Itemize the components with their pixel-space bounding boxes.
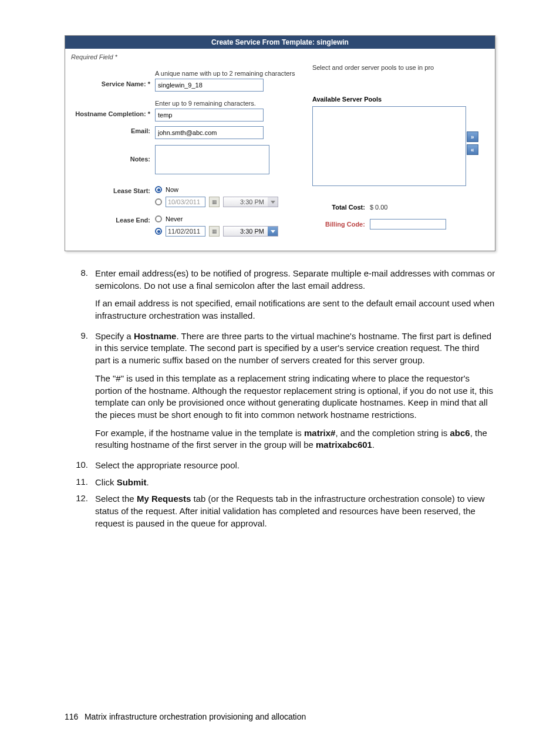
service-name-hint: A unique name with up to 2 remaining cha… (155, 70, 299, 77)
step-number: 11. (65, 477, 95, 491)
step-number: 10. (65, 460, 95, 474)
page-footer: 116 Matrix infrastructure orchestration … (65, 712, 306, 721)
lease-end-date-input[interactable] (166, 226, 205, 237)
dropdown-icon (268, 197, 278, 207)
available-server-pools-label: Available Server Pools (312, 96, 495, 103)
hostname-completion-label: Hostname Completion: * (71, 100, 155, 117)
lease-end-never-option: Never (166, 215, 183, 222)
lease-end-time-select[interactable]: 3:30 PM (223, 226, 278, 237)
lease-start-time-value: 3:30 PM (240, 198, 264, 205)
required-field-note: Required Field * (71, 53, 299, 64)
step-12-text: Select the My Requests tab (or the Reque… (95, 493, 495, 529)
hostname-hint: Enter up to 9 remaining characters. (155, 100, 299, 107)
page-number: 116 (65, 712, 82, 721)
create-service-panel: Create Service From Template: singlewin … (65, 35, 495, 251)
lease-end-date-radio[interactable] (155, 228, 162, 235)
step-8-para-2: If an email address is not specified, em… (95, 298, 495, 322)
email-input[interactable] (155, 126, 264, 139)
service-name-label: Service Name: * (71, 70, 155, 87)
step-10-text: Select the appropriate resource pool. (95, 460, 495, 472)
total-cost-value: $ 0.00 (370, 204, 388, 211)
calendar-icon[interactable]: ▦ (209, 226, 220, 237)
lease-start-date-input[interactable] (166, 197, 205, 207)
pool-remove-button[interactable]: « (467, 144, 478, 155)
billing-code-input[interactable] (370, 219, 446, 229)
server-pools-hint: Select and order server pools to use in … (312, 64, 495, 71)
calendar-icon[interactable]: ▦ (209, 197, 220, 207)
step-number: 9. (65, 330, 95, 457)
lease-start-label: Lease Start: (71, 186, 155, 194)
billing-code-label: Billing Code: (312, 221, 370, 228)
step-number: 12. (65, 493, 95, 535)
footer-title: Matrix infrastructure orchestration prov… (85, 712, 306, 721)
lease-start-time-select[interactable]: 3:30 PM (223, 197, 278, 207)
step-8-para-1: Enter email address(es) to be notified o… (95, 268, 495, 292)
hostname-completion-input[interactable] (155, 109, 264, 121)
available-server-pools-listbox[interactable]: » « (312, 106, 466, 186)
step-number: 8. (65, 268, 95, 328)
step-11-text: Click Submit. (95, 477, 495, 489)
lease-end-label: Lease End: (71, 215, 155, 224)
lease-start-date-radio[interactable] (155, 198, 162, 205)
step-9-para-3: For example, if the hostname value in th… (95, 427, 495, 451)
notes-textarea[interactable] (155, 145, 269, 174)
notes-label: Notes: (71, 145, 155, 163)
lease-start-now-option: Now (166, 186, 178, 193)
email-label: Email: (71, 126, 155, 134)
service-name-input[interactable] (155, 79, 264, 92)
pool-add-button[interactable]: » (467, 131, 478, 142)
panel-title: Create Service From Template: singlewin (65, 36, 495, 49)
lease-start-now-radio[interactable] (155, 186, 162, 193)
step-9-para-1: Specify a Hostname. There are three part… (95, 330, 495, 367)
lease-end-time-value: 3:30 PM (240, 228, 264, 235)
dropdown-icon (268, 227, 278, 236)
step-9-para-2: The "#" is used in this template as a re… (95, 373, 495, 421)
lease-end-never-radio[interactable] (155, 215, 162, 222)
total-cost-label: Total Cost: (312, 204, 370, 211)
instruction-list: 8. Enter email address(es) to be notifie… (65, 268, 495, 535)
